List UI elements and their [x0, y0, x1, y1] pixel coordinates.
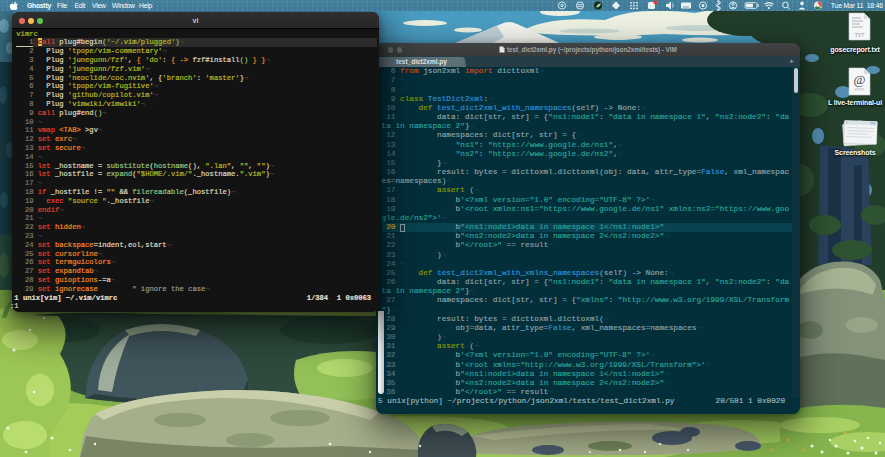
svg-text:HTTP: HTTP [855, 88, 865, 92]
svg-text:@: @ [854, 72, 866, 87]
svg-text:TXT: TXT [855, 32, 864, 38]
